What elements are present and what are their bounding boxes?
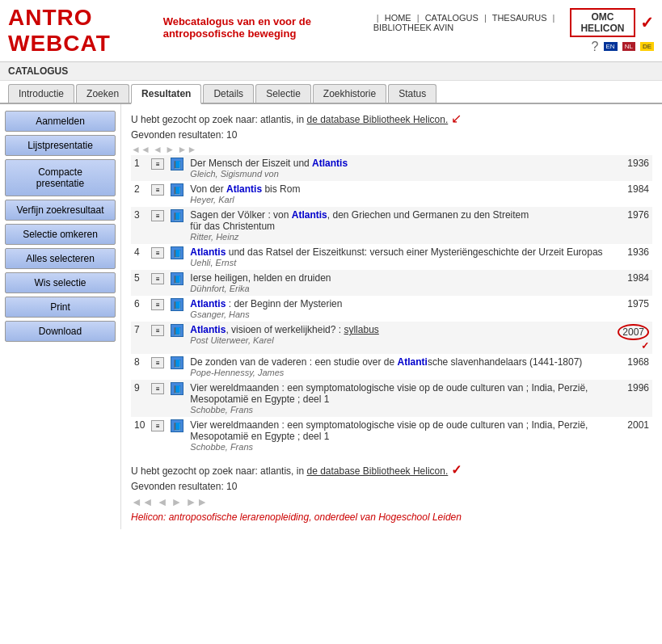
book-icon[interactable]: 📘 bbox=[171, 183, 183, 196]
list-icon[interactable]: ≡ bbox=[151, 325, 164, 336]
list-icon[interactable]: ≡ bbox=[151, 420, 164, 431]
tab-introductie[interactable]: Introductie bbox=[8, 84, 74, 103]
title-link[interactable]: Atlanti bbox=[398, 356, 428, 368]
row-book-icon[interactable]: 📘 bbox=[167, 322, 187, 354]
list-icon[interactable]: ≡ bbox=[151, 184, 164, 196]
flag-nl[interactable]: NL bbox=[622, 42, 635, 51]
book-icon[interactable]: 📘 bbox=[171, 419, 183, 432]
page-prev-bottom[interactable]: ◄ bbox=[157, 495, 168, 508]
row-title: Von der Atlantis bis Rom Heyer, Karl bbox=[187, 181, 614, 207]
row-book-icon[interactable]: 📘 bbox=[167, 380, 187, 417]
print-button[interactable]: Print bbox=[5, 297, 116, 318]
row-book-icon[interactable]: 📘 bbox=[167, 417, 187, 454]
book-icon[interactable]: 📘 bbox=[171, 209, 183, 222]
title-link[interactable]: Atlantis bbox=[190, 298, 226, 309]
list-icon[interactable]: ≡ bbox=[151, 383, 164, 394]
row-author: Post Uiterweer, Karel bbox=[190, 335, 611, 345]
row-book-icon[interactable]: 📘 bbox=[167, 354, 187, 380]
checkmark-icon: ✓ bbox=[640, 13, 654, 32]
nav-catalogus[interactable]: CATALOGUS bbox=[425, 13, 479, 23]
nav-bibliotheek[interactable]: BIBLIOTHEEK AVIN bbox=[373, 23, 453, 32]
row-number: 3 bbox=[131, 207, 148, 244]
row-author: Dühnfort, Erika bbox=[190, 284, 611, 293]
aanmelden-button[interactable]: Aanmelden bbox=[5, 111, 116, 132]
sidebar: Aanmelden Lijstpresentatie Compacteprese… bbox=[0, 104, 121, 529]
row-list-icon[interactable]: ≡ bbox=[148, 155, 167, 181]
compacte-presentatie-button[interactable]: Compactepresentatie bbox=[5, 159, 116, 196]
row-book-icon[interactable]: 📘 bbox=[167, 296, 187, 322]
alles-selecteren-button[interactable]: Alles selecteren bbox=[5, 248, 116, 269]
lijstpresentatie-button[interactable]: Lijstpresentatie bbox=[5, 135, 116, 156]
book-icon[interactable]: 📘 bbox=[171, 298, 183, 311]
book-icon[interactable]: 📘 bbox=[171, 382, 183, 395]
title-link[interactable]: Atlantis bbox=[190, 324, 226, 335]
row-year: 2001 bbox=[614, 417, 652, 454]
row-list-icon[interactable]: ≡ bbox=[148, 270, 167, 296]
row-list-icon[interactable]: ≡ bbox=[148, 322, 167, 354]
page-next-bottom[interactable]: ► bbox=[171, 495, 183, 508]
list-icon[interactable]: ≡ bbox=[151, 158, 164, 170]
row-year: 1996 bbox=[614, 380, 652, 417]
row-book-icon[interactable]: 📘 bbox=[167, 244, 187, 270]
row-list-icon[interactable]: ≡ bbox=[148, 181, 167, 207]
download-button[interactable]: Download bbox=[5, 321, 116, 342]
tab-status[interactable]: Status bbox=[388, 84, 436, 103]
row-number: 7 bbox=[131, 322, 148, 354]
row-number: 6 bbox=[131, 296, 148, 322]
nav-separator: | bbox=[417, 13, 420, 23]
tab-details[interactable]: Details bbox=[203, 84, 254, 103]
list-icon[interactable]: ≡ bbox=[151, 357, 164, 368]
title-link[interactable]: Atlantis bbox=[226, 183, 262, 195]
row-author: Heyer, Karl bbox=[190, 195, 611, 204]
row-book-icon[interactable]: 📘 bbox=[167, 270, 187, 296]
list-icon[interactable]: ≡ bbox=[151, 247, 164, 259]
page-next[interactable]: ► bbox=[165, 144, 175, 155]
book-icon[interactable]: 📘 bbox=[171, 272, 183, 285]
list-icon[interactable]: ≡ bbox=[151, 210, 164, 221]
selectie-omkeren-button[interactable]: Selectie omkeren bbox=[5, 224, 116, 245]
tab-zoeken[interactable]: Zoeken bbox=[76, 84, 129, 103]
omc-helicon-button[interactable]: OMC HELICON bbox=[570, 8, 635, 37]
row-list-icon[interactable]: ≡ bbox=[148, 380, 167, 417]
wis-selectie-button[interactable]: Wis selectie bbox=[5, 272, 116, 293]
list-icon[interactable]: ≡ bbox=[151, 299, 164, 310]
page-first[interactable]: ◄◄ bbox=[131, 144, 150, 155]
page-last[interactable]: ►► bbox=[178, 144, 197, 155]
tab-resultaten[interactable]: Resultaten bbox=[131, 84, 201, 104]
checkmark-row7: ✓ bbox=[641, 340, 649, 351]
row-book-icon[interactable]: 📘 bbox=[167, 181, 187, 207]
tab-selectie[interactable]: Selectie bbox=[255, 84, 311, 103]
flag-en[interactable]: EN bbox=[604, 42, 618, 51]
verfijn-zoekresultaat-button[interactable]: Verfijn zoekresultaat bbox=[5, 200, 116, 221]
list-icon[interactable]: ≡ bbox=[151, 273, 164, 284]
checkmark-bottom: ✓ bbox=[451, 463, 462, 477]
row-book-icon[interactable]: 📘 bbox=[167, 155, 187, 181]
page-first-bottom[interactable]: ◄◄ bbox=[131, 495, 154, 508]
row-list-icon[interactable]: ≡ bbox=[148, 417, 167, 454]
book-icon[interactable]: 📘 bbox=[171, 356, 183, 369]
title-link[interactable]: Atlantis bbox=[292, 209, 327, 221]
book-icon[interactable]: 📘 bbox=[171, 324, 183, 337]
title-link[interactable]: Atlantis bbox=[190, 246, 226, 258]
flag-de[interactable]: DE bbox=[640, 42, 654, 51]
results-table: 1 ≡ 📘 Der Mensch der Eiszeit und Atlanti… bbox=[131, 155, 652, 454]
row-list-icon[interactable]: ≡ bbox=[148, 354, 167, 380]
book-icon[interactable]: 📘 bbox=[171, 246, 183, 259]
page-prev[interactable]: ◄ bbox=[153, 144, 162, 155]
row-list-icon[interactable]: ≡ bbox=[148, 207, 167, 244]
row-list-icon[interactable]: ≡ bbox=[148, 244, 167, 270]
tab-zoekhistorie[interactable]: Zoekhistorie bbox=[313, 84, 386, 103]
pagination-bottom: ◄◄ ◄ ► ►► bbox=[131, 495, 652, 508]
row-book-icon[interactable]: 📘 bbox=[167, 207, 187, 244]
table-row: 9 ≡ 📘 Vier wereldmaanden : een symptomat… bbox=[131, 380, 652, 417]
help-icon[interactable]: ? bbox=[592, 40, 599, 54]
nav-home[interactable]: HOME bbox=[385, 13, 411, 23]
row-number: 10 bbox=[131, 417, 148, 454]
row-title: Vier wereldmaanden : een symptomatologis… bbox=[187, 417, 614, 454]
nav-thesaurus[interactable]: THESAURUS bbox=[492, 13, 547, 23]
book-icon[interactable]: 📘 bbox=[171, 158, 183, 170]
row-list-icon[interactable]: ≡ bbox=[148, 296, 167, 322]
title-link[interactable]: Atlantis bbox=[312, 158, 348, 169]
page-last-bottom[interactable]: ►► bbox=[185, 495, 208, 508]
table-row: 2 ≡ 📘 Von der Atlantis bis Rom Heyer, Ka… bbox=[131, 181, 652, 207]
